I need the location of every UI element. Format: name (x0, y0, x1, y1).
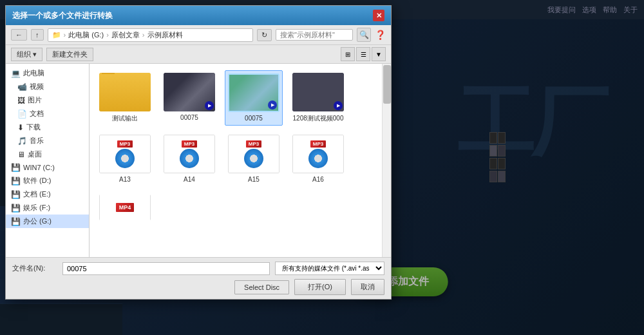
filename-input[interactable] (62, 262, 270, 275)
dialog-footer: 文件名(N): 所有支持的媒体文件 (*.avi *.as Select Dis… (6, 257, 391, 299)
mp3-thumb-a15: MP3 (228, 135, 279, 173)
mp3-thumb-icon-a15: MP3 (228, 135, 279, 173)
tree-item-drive-e-label: 文档 (E:) (23, 189, 51, 199)
dialog-nav-toolbar: ← ↑ 📁 › 此电脑 (G:) › 原创文章 › 示例原材料 ↻ 🔍 ❓ (6, 25, 391, 45)
file-label-a14: A14 (184, 176, 195, 183)
drive-g-icon: 💾 (11, 217, 21, 226)
tree-item-drive-f[interactable]: 💾 娱乐 (F:) (6, 201, 89, 215)
mp3-disc-a14 (180, 149, 199, 168)
filename-row: 文件名(N): 所有支持的媒体文件 (*.avi *.as (12, 262, 384, 275)
documents-icon: 📄 (17, 110, 27, 119)
tree-item-music-label: 音乐 (30, 136, 44, 146)
tree-item-desktop[interactable]: 🖥 桌面 (6, 148, 89, 161)
drive-c-icon: 💾 (11, 163, 21, 172)
file-item-ceshishuchu[interactable]: 测试输出 (96, 70, 154, 126)
tree-item-drive-d[interactable]: 💾 软件 (D:) (6, 174, 89, 187)
breadcrumb-computer: 📁 (52, 31, 61, 39)
tree-item-pictures[interactable]: 🖼 图片 (6, 93, 89, 107)
downloads-icon: ⬇ (17, 123, 24, 132)
tree-item-drive-e[interactable]: 💾 文档 (E:) (6, 187, 89, 201)
file-item-a15[interactable]: MP3 A15 (225, 132, 283, 186)
mp3-thumb-a16: MP3 (292, 135, 344, 173)
breadcrumb-bar[interactable]: 📁 › 此电脑 (G:) › 原创文章 › 示例原材料 (48, 28, 254, 42)
tree-item-drive-c[interactable]: 💾 WIN7 (C:) (6, 161, 89, 174)
tree-item-computer[interactable]: 💻 此电脑 (6, 66, 89, 80)
back-button[interactable]: ← (11, 29, 27, 41)
view-icon-details[interactable]: ☰ (356, 47, 370, 61)
view-mode-icons: ⊞ ☰ ▼ (341, 47, 386, 61)
dialog-close-button[interactable]: ✕ (373, 10, 384, 21)
file-item-a14[interactable]: MP3 A14 (160, 132, 218, 186)
view-icon-list[interactable]: ⊞ (341, 47, 355, 61)
file-item-1208[interactable]: ▶ 1208测试视频000 (289, 70, 347, 126)
up-button[interactable]: ↑ (31, 29, 44, 41)
video-thumb-1208: ▶ (292, 73, 344, 111)
breadcrumb-articles: 原创文章 (111, 30, 140, 40)
video-thumb-icon-1: ▶ (164, 73, 215, 111)
file-label-00075-selected: 00075 (245, 115, 263, 122)
tree-item-drive-g-label: 办公 (G:) (23, 216, 52, 226)
tree-item-downloads[interactable]: ⬇ 下载 (6, 120, 89, 134)
folder-icon (99, 73, 151, 111)
cancel-button[interactable]: 取消 (351, 279, 384, 295)
tree-item-videos[interactable]: 📹 视频 (6, 80, 89, 93)
tree-item-videos-label: 视频 (30, 82, 44, 91)
tree-item-computer-label: 此电脑 (23, 68, 44, 78)
scrollbar[interactable] (382, 64, 391, 257)
breadcrumb-office: 此电脑 (G:) (68, 30, 104, 40)
drive-e-icon: 💾 (11, 190, 21, 199)
filetype-select[interactable]: 所有支持的媒体文件 (*.avi *.as (275, 262, 384, 275)
desktop-icon: 🖥 (17, 150, 25, 159)
action-buttons-row: Select Disc 打开(O) 取消 (12, 279, 384, 295)
mp3-badge-a13: MP3 (117, 140, 133, 148)
new-folder-button[interactable]: 新建文件夹 (46, 48, 93, 61)
view-icon-extra[interactable]: ▼ (372, 47, 386, 61)
computer-icon: 💻 (11, 69, 21, 78)
scroll-thumb[interactable] (383, 65, 391, 104)
files-panel: 测试输出 ▶ 00075 (90, 64, 391, 257)
dialog-secondary-toolbar: 组织 ▾ 新建文件夹 ⊞ ☰ ▼ (6, 45, 391, 64)
filename-label: 文件名(N): (12, 263, 57, 273)
search-icon-button[interactable]: 🔍 (357, 28, 371, 42)
pictures-icon: 🖼 (17, 96, 25, 105)
mp4-thumb: MP4 (99, 195, 151, 220)
tree-item-music[interactable]: 🎵 音乐 (6, 134, 89, 148)
dialog-titlebar: 选择一个或多个文件进行转换 ✕ (6, 6, 391, 25)
drive-f-icon: 💾 (11, 204, 21, 213)
videos-icon: 📹 (17, 82, 27, 91)
organize-button[interactable]: 组织 ▾ (11, 48, 43, 61)
breadcrumb-sep1: › (64, 31, 66, 39)
mp3-disc-a16 (308, 149, 328, 168)
refresh-button[interactable]: ↻ (257, 29, 272, 41)
file-label-00075-1: 00075 (180, 114, 198, 121)
file-item-00075-selected[interactable]: ▶ 00075 (225, 70, 283, 126)
files-grid: 测试输出 ▶ 00075 (90, 64, 391, 232)
video-thumb-dark-icon: ▶ (292, 73, 344, 111)
mp3-thumb-icon-a14: MP3 (164, 135, 215, 173)
select-disc-button[interactable]: Select Disc (234, 280, 289, 294)
file-label-a16: A16 (312, 176, 324, 183)
dialog-body: 💻 此电脑 📹 视频 🖼 图片 📄 文档 ⬇ 下载 (6, 64, 391, 257)
tree-item-documents[interactable]: 📄 文档 (6, 107, 89, 120)
open-button[interactable]: 打开(O) (294, 279, 346, 295)
mp3-disc-a13 (115, 149, 135, 168)
dialog-overlay: 选择一个或多个文件进行转换 ✕ ← ↑ 📁 › 此电脑 (G:) › 原创文章 … (0, 0, 644, 335)
video-thumb-1: ▶ (164, 73, 215, 111)
tree-item-drive-g[interactable]: 💾 办公 (G:) (6, 215, 89, 228)
mp4-thumb-icon: MP4 (99, 195, 151, 220)
folder-tree-panel: 💻 此电脑 📹 视频 🖼 图片 📄 文档 ⬇ 下载 (6, 64, 90, 257)
mp3-badge-a14: MP3 (182, 140, 197, 148)
video-thumb-selected: ▶ (228, 73, 279, 112)
file-label-1208: 1208测试视频000 (293, 114, 344, 123)
tree-item-pictures-label: 图片 (28, 95, 42, 105)
file-item-mp4[interactable]: MP4 (96, 192, 154, 225)
mp3-thumb-a13: MP3 (99, 135, 151, 173)
file-item-00075-1[interactable]: ▶ 00075 (160, 70, 218, 126)
search-input[interactable] (276, 29, 353, 41)
file-item-a13[interactable]: MP3 A13 (96, 132, 154, 186)
folder-thumb (99, 73, 151, 111)
file-item-a16[interactable]: MP3 A16 (289, 132, 347, 186)
help-icon[interactable]: ❓ (375, 30, 386, 40)
mp3-badge-a16: MP3 (310, 140, 326, 148)
dialog-title: 选择一个或多个文件进行转换 (12, 10, 113, 21)
